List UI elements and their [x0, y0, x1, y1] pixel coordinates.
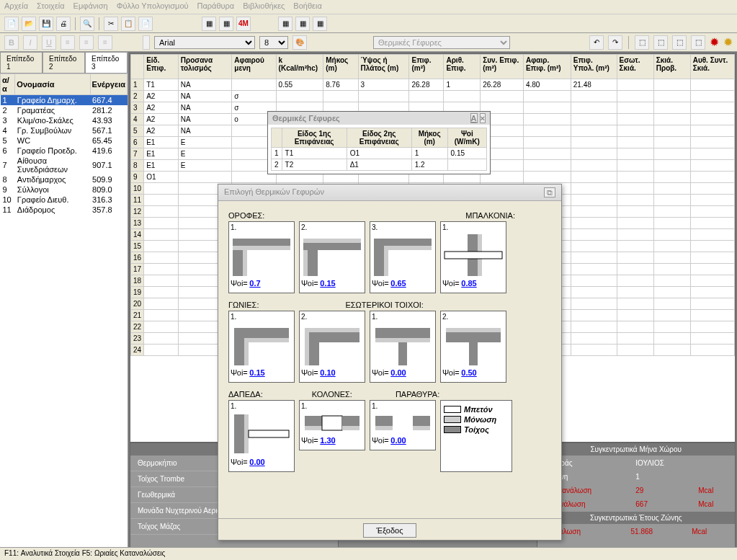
color-icon[interactable]: 🎨 [292, 35, 307, 50]
cut-icon[interactable]: ✂ [104, 17, 118, 31]
tool-icon[interactable]: ▦ [313, 17, 327, 31]
paste-icon[interactable]: 📄 [138, 17, 153, 31]
col-aa: α/α [1, 74, 15, 95]
nav-icon[interactable]: ⬚ [653, 35, 668, 50]
menubar: Αρχεία Στοιχεία Εμφάνιση Φύλλο Υπολογισμ… [0, 0, 737, 14]
svg-rect-9 [374, 246, 384, 276]
bridge-option-corner-2[interactable]: 2.Ψοi= 0.10 [299, 311, 365, 383]
svg-rect-6 [303, 250, 308, 276]
svg-rect-39 [413, 416, 430, 426]
new-icon[interactable]: 📄 [4, 17, 19, 31]
menu-item[interactable]: Φύλλο Υπολογισμού [117, 1, 189, 12]
tool-icon[interactable]: 4M [236, 17, 251, 31]
bridge-option-balcony-1[interactable]: 1.Ψοi= 0.85 [440, 221, 506, 293]
star-icon[interactable]: ✹ [710, 35, 719, 49]
bridge-option-intwall-1[interactable]: 1.Ψοi= 0.00 [370, 311, 436, 383]
tool-icon[interactable]: ▦ [295, 17, 310, 31]
table-row[interactable]: 7Αίθουσα Συνεδριάσεων907.1 [1, 156, 128, 174]
menu-item[interactable]: Αρχεία [4, 1, 28, 12]
table-row[interactable]: 6Γραφείο Προεδρ.419.6 [1, 146, 128, 156]
preview-icon[interactable]: 🔍 [80, 17, 94, 31]
svg-rect-35 [342, 416, 359, 426]
tool-icon[interactable]: ▦ [219, 17, 233, 31]
table-row[interactable]: 8Αντιδήμαρχος509.9 [1, 174, 128, 185]
menu-item[interactable]: Βιβλιοθήκες [243, 1, 285, 12]
table-row[interactable]: 1Γραφείο Δημαρχ.667.4 [1, 95, 128, 106]
dialog-title: Επιλογή Θερμικών Γεφυρών [224, 187, 324, 197]
nav-icon[interactable]: ⬚ [635, 35, 649, 50]
col-energy: Ενέργεια [90, 74, 127, 95]
table-row[interactable]: 2T2Δ11.2 [272, 159, 487, 171]
bridge-option-corner-1[interactable]: 1.Ψοi= 0.15 [228, 311, 295, 383]
font-name-select[interactable]: Arial [154, 36, 255, 49]
align-icon[interactable]: ≡ [61, 35, 75, 50]
underline-icon[interactable]: U [42, 35, 56, 50]
table-row[interactable]: 10Γραφείο Διευθ.316.3 [1, 195, 128, 205]
svg-rect-24 [375, 338, 430, 342]
align-icon[interactable]: ≡ [79, 35, 94, 50]
menu-item[interactable]: Στοιχεία [37, 1, 65, 12]
svg-rect-2 [233, 250, 243, 276]
table-row[interactable]: 5WC65.45 [1, 135, 128, 146]
font-size-select[interactable]: 8 [259, 36, 288, 49]
svg-rect-21 [305, 328, 309, 365]
bridge-selection-dialog[interactable]: Επιλογή Θερμικών Γεφυρών ⧉ ΟΡΟΦΕΣ:ΜΠΑΛΚΟ… [218, 184, 562, 541]
thermal-bridges-dialog[interactable]: Θερμικές Γέφυρες A × Είδος 1ης Επιφάνεια… [267, 111, 491, 174]
table-row[interactable]: 11Διάδρομος357.8 [1, 205, 128, 215]
svg-rect-28 [469, 342, 478, 365]
table-row[interactable]: 1T1O110.15 [272, 148, 487, 159]
section-select[interactable]: Θερμικές Γέφυρες [373, 36, 510, 49]
bold-icon[interactable]: B [4, 35, 19, 50]
svg-rect-11 [388, 246, 432, 250]
undo-icon[interactable]: ↶ [589, 35, 604, 50]
section-label: ΠΑΡΑΘΥΡΑ: [396, 390, 439, 399]
section-label: ΔΑΠΕΔΑ: [228, 390, 263, 399]
bridge-option-roof-1[interactable]: 1.Ψοi= 0.7 [228, 221, 295, 293]
bridge-option-window-1[interactable]: 1.Ψοi= 0.00 [370, 400, 436, 450]
open-icon[interactable]: 📂 [22, 17, 36, 31]
close-icon[interactable]: ⧉ [544, 187, 555, 197]
italic-icon[interactable]: I [23, 35, 37, 50]
save-icon[interactable]: 💾 [39, 17, 53, 31]
tool-icon[interactable]: ▦ [278, 17, 292, 31]
table-row[interactable]: 4Γρ. Συμβούλων567.1 [1, 125, 128, 135]
svg-rect-33 [305, 426, 322, 430]
bridge-option-roof-3[interactable]: 3.Ψοi= 0.65 [370, 221, 436, 293]
table-row[interactable]: 9Σύλλογοι809.0 [1, 185, 128, 195]
svg-rect-38 [375, 426, 393, 430]
section-label: ΕΣΩΤΕΡΙΚΟΙ ΤΟΙΧΟΙ: [345, 301, 423, 309]
svg-rect-1 [233, 246, 290, 250]
toolbar-format: B I U ≡ ≡ ≡ Arial 8 🎨 Θερμικές Γέφυρες ↶… [0, 33, 737, 52]
bridges-grid[interactable]: Είδος 1ης ΕπιφάνειαςΕίδος 2ης Επιφάνειας… [271, 128, 487, 171]
bridge-option-column-1[interactable]: 1.Ψοi= 1.30 [299, 400, 365, 450]
svg-rect-4 [303, 239, 361, 243]
nav-icon[interactable]: ⬚ [672, 35, 687, 50]
bridge-option-floor-1[interactable]: 1.Ψοi= 0.00 [228, 400, 295, 472]
redo-icon[interactable]: ↷ [608, 35, 622, 50]
tool-icon[interactable]: ▦ [202, 17, 216, 31]
tab-level-1[interactable]: Επίπεδο 1 [0, 52, 43, 73]
table-row[interactable]: 2Γραματέας281.2 [1, 105, 128, 115]
align-icon[interactable]: ≡ [98, 35, 112, 50]
menu-item[interactable]: Παράθυρα [197, 1, 235, 12]
bridge-option-intwall-2[interactable]: 2.Ψοi= 0.50 [440, 311, 506, 383]
svg-rect-19 [305, 328, 359, 332]
copy-icon[interactable]: 📋 [121, 17, 135, 31]
print-icon[interactable]: 🖨 [56, 17, 71, 31]
auto-button[interactable]: A [470, 113, 478, 123]
tab-level-3[interactable]: Επίπεδο 3 [85, 52, 128, 73]
toolbar-file: 📄 📂 💾 🖨 🔍 ✂ 📋 📄 ▦ ▦ 4M ▦ ▦ ▦ [0, 14, 737, 33]
close-icon[interactable]: × [480, 113, 486, 123]
star-icon[interactable]: ✹ [723, 35, 733, 49]
room-table[interactable]: α/αΟνομασίαΕνέργεια 1Γραφείο Δημαρχ.667.… [0, 74, 128, 215]
section-label: ΜΠΑΛΚΟΝΙΑ: [465, 211, 515, 220]
menu-item[interactable]: Βοήθεια [293, 1, 321, 12]
col-name: Ονομασία [15, 74, 90, 95]
bridge-option-roof-2[interactable]: 2.Ψοi= 0.15 [299, 221, 365, 293]
nav-icon[interactable]: ⬚ [691, 35, 705, 50]
svg-rect-10 [384, 246, 388, 276]
menu-item[interactable]: Εμφάνιση [73, 1, 108, 12]
exit-button[interactable]: Έξοδος [363, 523, 417, 538]
tab-level-2[interactable]: Επίπεδο 2 [43, 52, 85, 73]
table-row[interactable]: 3Κλιμ/σιο-Σκάλες43.93 [1, 115, 128, 125]
